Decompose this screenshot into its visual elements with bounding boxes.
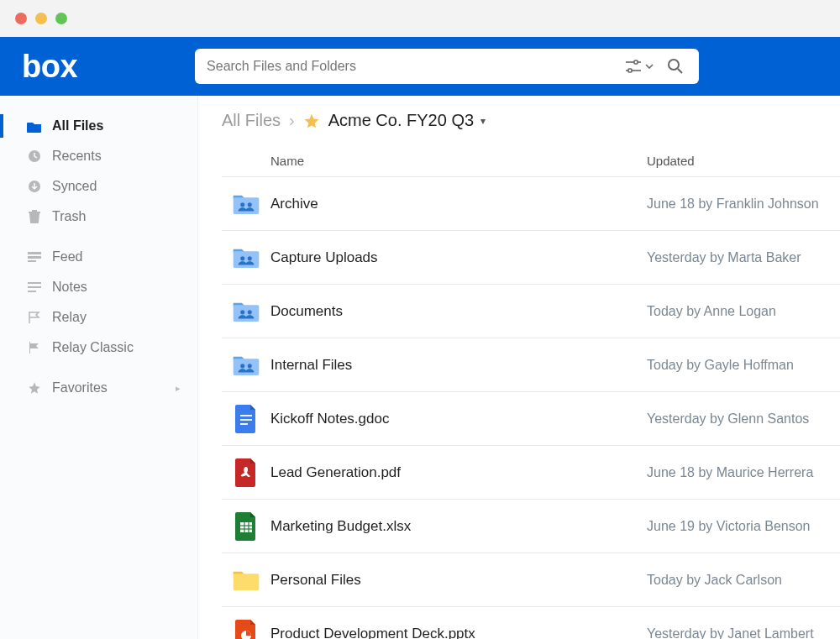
sidebar-item-label: Notes (52, 280, 181, 295)
svg-rect-2 (634, 60, 638, 64)
file-name: Archive (270, 196, 647, 212)
svg-point-22 (248, 310, 252, 314)
window-close-button[interactable] (15, 13, 27, 24)
flag-solid-icon (27, 340, 42, 355)
xlsx-icon (222, 512, 270, 541)
file-row[interactable]: Product Development Deck.pptxYesterday b… (222, 607, 840, 639)
sidebar-item-label: Favorites (52, 380, 165, 395)
chevron-right-icon: ▸ (176, 383, 181, 394)
file-name: Personal Files (270, 572, 647, 589)
clock-icon (27, 149, 42, 164)
svg-point-15 (240, 202, 244, 207)
breadcrumb-root[interactable]: All Files (222, 111, 281, 130)
file-name: Lead Generation.pdf (270, 464, 647, 481)
flag-icon (27, 310, 42, 325)
svg-point-21 (240, 310, 244, 314)
sidebar-item-label: Synced (52, 179, 181, 194)
chevron-down-icon: ▾ (480, 115, 486, 127)
svg-rect-34 (234, 574, 260, 590)
window-minimize-button[interactable] (35, 13, 47, 24)
file-name: Kickoff Notes.gdoc (270, 411, 647, 427)
file-row[interactable]: Internal FilesToday by Gayle Hoffman (222, 338, 840, 392)
svg-rect-29 (240, 522, 252, 532)
file-name: Marketing Budget.xlsx (270, 518, 647, 535)
file-list: ArchiveJune 18 by Franklin Johnson Captu… (222, 177, 840, 639)
file-updated: Today by Gayle Hoffman (647, 358, 840, 373)
pdf-icon (222, 458, 270, 487)
breadcrumb-separator: › (289, 111, 295, 130)
file-name: Documents (270, 303, 647, 320)
svg-rect-23 (234, 359, 260, 375)
column-name-header[interactable]: Name (222, 154, 647, 168)
star-icon (27, 380, 42, 395)
sidebar-item-label: Trash (52, 209, 181, 224)
svg-point-25 (248, 364, 252, 368)
sidebar-item-label: Relay Classic (52, 340, 181, 355)
file-updated: Today by Jack Carlson (647, 573, 840, 588)
sidebar-item-relay[interactable]: Relay (0, 302, 197, 333)
search-filter-button[interactable] (622, 56, 657, 76)
svg-rect-20 (234, 305, 260, 322)
file-name: Internal Files (270, 357, 647, 374)
header-bar: box (0, 37, 840, 96)
file-updated: Yesterday by Marta Baker (647, 250, 840, 265)
breadcrumb-current-label: Acme Co. FY20 Q3 (328, 111, 474, 130)
sidebar-item-all-files[interactable]: All Files (0, 111, 197, 141)
sidebar: All FilesRecentsSyncedTrash FeedNotesRel… (0, 96, 198, 639)
file-updated: June 19 by Victoria Benson (647, 519, 840, 534)
feed-icon (27, 249, 42, 265)
breadcrumb-current-dropdown[interactable]: Acme Co. FY20 Q3 ▾ (328, 111, 486, 130)
svg-rect-3 (628, 69, 632, 72)
file-row[interactable]: Kickoff Notes.gdocYesterday by Glenn San… (222, 392, 840, 446)
sidebar-item-notes[interactable]: Notes (0, 272, 197, 302)
file-row[interactable]: ArchiveJune 18 by Franklin Johnson (222, 177, 840, 231)
svg-rect-9 (28, 256, 41, 259)
sidebar-item-synced[interactable]: Synced (0, 171, 197, 202)
svg-point-24 (240, 364, 244, 368)
search-icon (667, 58, 684, 75)
file-row[interactable]: Lead Generation.pdfJune 18 by Maurice He… (222, 446, 840, 500)
sidebar-item-label: Feed (52, 249, 181, 265)
window-maximize-button[interactable] (55, 13, 67, 24)
svg-point-18 (240, 256, 244, 260)
svg-line-5 (678, 69, 682, 73)
folder-icon (222, 568, 270, 592)
sidebar-item-favorites[interactable]: Favorites▸ (0, 373, 197, 403)
svg-point-4 (669, 60, 679, 70)
file-name: Capture Uploads (270, 249, 647, 266)
filter-sliders-icon (625, 60, 642, 73)
search-input[interactable] (207, 59, 615, 74)
gdoc-icon (222, 405, 270, 433)
sidebar-item-feed[interactable]: Feed (0, 242, 197, 272)
svg-point-19 (248, 256, 252, 260)
file-updated: June 18 by Maurice Herrera (647, 465, 840, 480)
svg-rect-17 (234, 251, 260, 268)
file-updated: Yesterday by Glenn Santos (647, 411, 840, 427)
file-updated: June 18 by Franklin Johnson (647, 196, 840, 212)
table-header: Name Updated (222, 145, 840, 177)
search-container (195, 49, 699, 84)
column-updated-header[interactable]: Updated (647, 154, 840, 168)
file-row[interactable]: Personal FilesToday by Jack Carlson (222, 553, 840, 607)
shared-folder-icon (222, 192, 270, 216)
star-icon[interactable] (303, 113, 320, 129)
sidebar-item-label: All Files (52, 118, 181, 134)
file-name: Product Development Deck.pptx (270, 626, 647, 640)
sidebar-item-recents[interactable]: Recents (0, 141, 197, 171)
shared-folder-icon (222, 354, 270, 377)
main-area: All Files › Acme Co. FY20 Q3 ▾ Name Upda… (198, 96, 840, 639)
search-button[interactable] (664, 55, 687, 78)
window-chrome (0, 0, 840, 37)
breadcrumb: All Files › Acme Co. FY20 Q3 ▾ (222, 111, 840, 130)
file-updated: Today by Anne Logan (647, 304, 840, 319)
sidebar-item-label: Relay (52, 310, 181, 325)
shared-folder-icon (222, 300, 270, 323)
file-row[interactable]: DocumentsToday by Anne Logan (222, 285, 840, 338)
svg-rect-8 (28, 252, 41, 254)
sidebar-item-relay-classic[interactable]: Relay Classic (0, 333, 197, 363)
file-row[interactable]: Capture UploadsYesterday by Marta Baker (222, 231, 840, 285)
sidebar-item-trash[interactable]: Trash (0, 202, 197, 232)
trash-icon (27, 209, 42, 224)
shared-folder-icon (222, 246, 270, 270)
file-row[interactable]: Marketing Budget.xlsxJune 19 by Victoria… (222, 500, 840, 553)
